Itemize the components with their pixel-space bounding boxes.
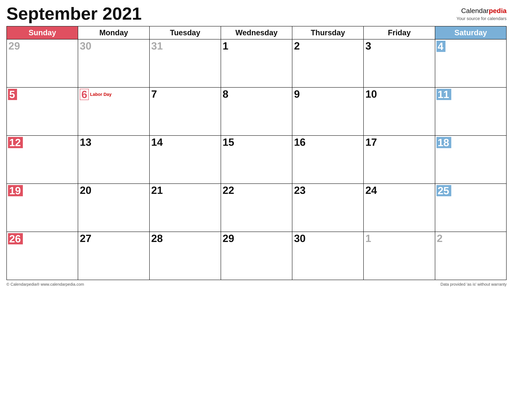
calendar-cell: 25 (435, 184, 506, 232)
day-number: 29 (223, 233, 234, 244)
calendar-week-1: 2930311234 (7, 39, 506, 87)
calendar-cell: 29 (221, 232, 292, 280)
day-number: 28 (151, 233, 163, 244)
day-number: 16 (294, 137, 305, 147)
brand-calendar-text: Calendar (461, 7, 489, 15)
brand-tagline: Your source for calendars (456, 16, 506, 22)
footer-right: Data provided 'as is' without warranty (440, 282, 506, 287)
calendar-cell: 4 (435, 39, 506, 87)
calendar-cell: 18 (435, 135, 506, 184)
calendar-cell: 10 (364, 87, 435, 135)
page-header: September 2021 Calendarpedia Your source… (7, 5, 506, 22)
calendar-cell: 28 (149, 232, 221, 280)
day-number: 30 (294, 233, 305, 244)
holiday-label: Labor Day (90, 92, 112, 97)
day-number: 24 (365, 185, 377, 195)
calendar-cell: 14 (149, 135, 221, 184)
day-number: 21 (151, 185, 163, 195)
calendar-cell: 29 (7, 39, 78, 87)
calendar-cell: 13 (78, 135, 149, 184)
calendar-cell: 21 (149, 184, 221, 232)
header-wednesday: Wednesday (221, 26, 292, 39)
header-thursday: Thursday (292, 26, 364, 39)
day-number: 5 (8, 89, 17, 100)
month-title: September 2021 (7, 5, 142, 22)
calendar-table: Sunday Monday Tuesday Wednesday Thursday… (7, 26, 506, 280)
day-number: 1 (223, 41, 229, 51)
day-number: 26 (8, 233, 23, 244)
calendar-cell: 24 (364, 184, 435, 232)
weekday-header-row: Sunday Monday Tuesday Wednesday Thursday… (7, 26, 506, 39)
day-number: 3 (365, 41, 371, 51)
day-number: 12 (8, 137, 23, 148)
day-number: 7 (151, 89, 157, 99)
header-tuesday: Tuesday (149, 26, 221, 39)
brand-calendar: Calendarpedia (461, 8, 506, 14)
day-number: 23 (294, 185, 305, 195)
day-number: 25 (437, 185, 451, 196)
day-number: 10 (365, 89, 377, 99)
day-number: 22 (223, 185, 234, 195)
day-number: 20 (80, 185, 91, 195)
calendar-cell: 19 (7, 184, 78, 232)
day-number: 2 (294, 41, 300, 51)
calendar-cell: 30 (292, 232, 364, 280)
calendar-cell: 5 (7, 87, 78, 135)
day-number: 31 (151, 41, 163, 51)
calendar-week-2: 56Labor Day7891011 (7, 87, 506, 135)
calendar-cell: 15 (221, 135, 292, 184)
calendar-cell: 9 (292, 87, 364, 135)
calendar-cell: 23 (292, 184, 364, 232)
calendar-cell: 2 (435, 232, 506, 280)
calendar-cell: 1 (221, 39, 292, 87)
calendar-week-4: 19202122232425 (7, 184, 506, 232)
day-number: 29 (8, 41, 20, 51)
day-number: 4 (437, 41, 446, 52)
day-number: 6 (80, 89, 89, 100)
footer: © Calendarpedia® www.calendarpedia.com D… (7, 282, 506, 287)
header-monday: Monday (78, 26, 149, 39)
day-number: 8 (223, 89, 229, 99)
calendar-cell: 27 (78, 232, 149, 280)
brand-pedia-text: pedia (489, 7, 506, 15)
header-saturday: Saturday (435, 26, 506, 39)
day-number: 9 (294, 89, 300, 99)
brand: Calendarpedia Your source for calendars (456, 5, 506, 22)
day-number: 13 (80, 137, 91, 147)
calendar-week-3: 12131415161718 (7, 135, 506, 184)
calendar-cell: 16 (292, 135, 364, 184)
day-number: 11 (437, 89, 451, 100)
header-friday: Friday (364, 26, 435, 39)
day-number: 1 (365, 233, 371, 244)
day-number: 14 (151, 137, 163, 147)
day-number: 19 (8, 185, 23, 196)
calendar-cell: 12 (7, 135, 78, 184)
day-number: 2 (437, 233, 443, 244)
calendar-cell: 6Labor Day (78, 87, 149, 135)
footer-left: © Calendarpedia® www.calendarpedia.com (7, 282, 84, 287)
calendar-cell: 31 (149, 39, 221, 87)
day-number: 30 (80, 41, 91, 51)
day-number: 17 (365, 137, 377, 147)
day-number: 15 (223, 137, 234, 147)
calendar-cell: 8 (221, 87, 292, 135)
calendar-cell: 7 (149, 87, 221, 135)
calendar-week-5: 262728293012 (7, 232, 506, 280)
calendar-cell: 26 (7, 232, 78, 280)
calendar-cell: 11 (435, 87, 506, 135)
calendar-cell: 17 (364, 135, 435, 184)
header-sunday: Sunday (7, 26, 78, 39)
calendar-cell: 30 (78, 39, 149, 87)
day-number: 18 (437, 137, 451, 148)
day-number: 27 (80, 233, 91, 244)
calendar-cell: 1 (364, 232, 435, 280)
calendar-cell: 2 (292, 39, 364, 87)
calendar-cell: 22 (221, 184, 292, 232)
calendar-cell: 3 (364, 39, 435, 87)
calendar-cell: 20 (78, 184, 149, 232)
